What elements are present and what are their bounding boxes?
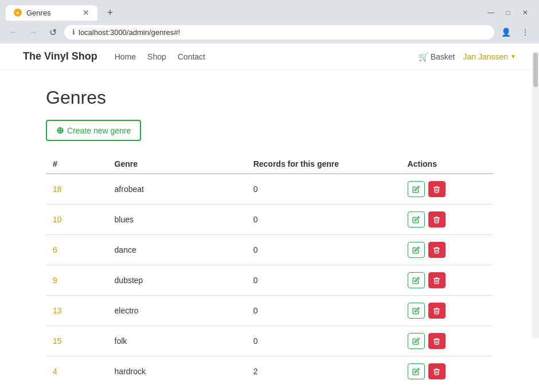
- refresh-button[interactable]: ↺: [45, 24, 61, 40]
- basket-link[interactable]: 🛒 Basket: [419, 52, 455, 61]
- row-id: 9: [46, 265, 108, 296]
- minimize-button[interactable]: —: [483, 5, 499, 21]
- browser-tab[interactable]: ● Genres ✕: [6, 5, 97, 21]
- table-row: 9 dubstep 0: [46, 265, 493, 296]
- site-header: The Vinyl Shop Home Shop Contact 🛒 Baske…: [0, 44, 539, 70]
- row-records: 0: [247, 326, 401, 356]
- new-tab-button[interactable]: +: [102, 5, 118, 21]
- id-link[interactable]: 13: [53, 306, 62, 315]
- lock-icon: ℹ: [72, 28, 75, 36]
- edit-button[interactable]: [408, 333, 425, 349]
- url-text: localhost:3000/admin/genres#!: [79, 28, 486, 37]
- row-actions: [401, 326, 493, 356]
- back-button[interactable]: ←: [6, 24, 22, 40]
- delete-button[interactable]: [428, 333, 446, 349]
- basket-icon: 🛒: [419, 52, 428, 61]
- row-id: 13: [46, 296, 108, 326]
- row-id: 4: [46, 356, 108, 387]
- row-records: 0: [247, 235, 401, 265]
- site-nav: Home Shop Contact: [115, 52, 205, 61]
- row-genre: afrobeat: [108, 174, 247, 205]
- forward-button[interactable]: →: [25, 24, 41, 40]
- table-row: 6 dance 0: [46, 235, 493, 265]
- row-id: 10: [46, 205, 108, 235]
- nav-shop[interactable]: Shop: [147, 52, 166, 61]
- edit-button[interactable]: [408, 211, 425, 228]
- profile-button[interactable]: 👤: [498, 24, 514, 40]
- delete-button[interactable]: [428, 242, 446, 258]
- edit-button[interactable]: [408, 272, 425, 288]
- edit-button[interactable]: [408, 181, 425, 197]
- row-genre: hardrock: [108, 356, 247, 387]
- create-icon: ⊕: [56, 125, 64, 136]
- tab-close-button[interactable]: ✕: [83, 9, 89, 17]
- nav-contact[interactable]: Contact: [178, 52, 205, 61]
- col-header-genre: Genre: [108, 155, 247, 174]
- row-records: 0: [247, 265, 401, 296]
- edit-button[interactable]: [408, 242, 425, 258]
- dropdown-arrow-icon: ▼: [510, 53, 516, 60]
- address-bar[interactable]: ℹ localhost:3000/admin/genres#!: [64, 25, 494, 40]
- col-header-actions: Actions: [401, 155, 493, 174]
- basket-label: Basket: [431, 52, 455, 61]
- browser-menu-button[interactable]: ⋮: [517, 24, 533, 40]
- create-genre-label: Create new genre: [67, 126, 131, 135]
- id-link[interactable]: 10: [53, 215, 62, 224]
- tab-title: Genres: [26, 9, 78, 17]
- table-row: 13 electro 0: [46, 296, 493, 326]
- delete-button[interactable]: [428, 211, 446, 228]
- id-link[interactable]: 9: [53, 276, 57, 285]
- site-logo: The Vinyl Shop: [23, 50, 97, 62]
- col-header-id: #: [46, 155, 108, 174]
- row-actions: [401, 356, 493, 387]
- row-id: 6: [46, 235, 108, 265]
- row-genre: dance: [108, 235, 247, 265]
- row-actions: [401, 296, 493, 326]
- main-content: Genres ⊕ Create new genre # Genre Record…: [0, 70, 539, 392]
- row-records: 0: [247, 296, 401, 326]
- edit-button[interactable]: [408, 303, 425, 319]
- user-name: Jan Janssen: [463, 52, 508, 61]
- id-link[interactable]: 4: [53, 367, 57, 376]
- row-id: 18: [46, 174, 108, 205]
- window-close-button[interactable]: ✕: [517, 5, 533, 21]
- scrollbar[interactable]: [532, 52, 539, 338]
- delete-button[interactable]: [428, 363, 446, 379]
- row-actions: [401, 174, 493, 205]
- row-genre: electro: [108, 296, 247, 326]
- user-menu[interactable]: Jan Janssen ▼: [463, 52, 516, 61]
- row-genre: blues: [108, 205, 247, 235]
- page-title: Genres: [46, 87, 493, 108]
- tab-favicon: ●: [14, 9, 22, 17]
- id-link[interactable]: 18: [53, 185, 62, 194]
- col-header-records: Records for this genre: [247, 155, 401, 174]
- row-actions: [401, 205, 493, 235]
- table-row: 10 blues 0: [46, 205, 493, 235]
- id-link[interactable]: 6: [53, 245, 57, 254]
- row-records: 0: [247, 205, 401, 235]
- table-row: 15 folk 0: [46, 326, 493, 356]
- edit-button[interactable]: [408, 363, 425, 379]
- scrollbar-thumb[interactable]: [533, 53, 538, 87]
- table-row: 4 hardrock 2: [46, 356, 493, 387]
- page-content: The Vinyl Shop Home Shop Contact 🛒 Baske…: [0, 44, 539, 392]
- row-id: 15: [46, 326, 108, 356]
- row-records: 0: [247, 174, 401, 205]
- delete-button[interactable]: [428, 272, 446, 288]
- id-link[interactable]: 15: [53, 336, 62, 346]
- nav-home[interactable]: Home: [115, 52, 136, 61]
- row-records: 2: [247, 356, 401, 387]
- genres-table: # Genre Records for this genre Actions 1…: [46, 155, 493, 386]
- row-genre: dubstep: [108, 265, 247, 296]
- maximize-button[interactable]: □: [500, 5, 516, 21]
- delete-button[interactable]: [428, 303, 446, 319]
- row-actions: [401, 265, 493, 296]
- delete-button[interactable]: [428, 181, 446, 197]
- table-row: 18 afrobeat 0: [46, 174, 493, 205]
- row-actions: [401, 235, 493, 265]
- row-genre: folk: [108, 326, 247, 356]
- header-right: 🛒 Basket Jan Janssen ▼: [419, 52, 516, 61]
- create-genre-button[interactable]: ⊕ Create new genre: [46, 120, 141, 141]
